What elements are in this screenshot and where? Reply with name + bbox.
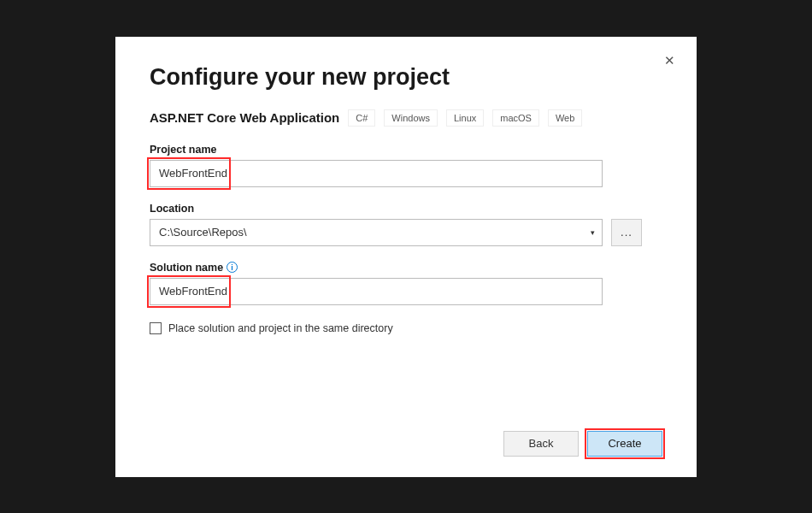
- browse-button[interactable]: ...: [611, 219, 642, 246]
- same-directory-checkbox[interactable]: [150, 322, 162, 334]
- close-icon[interactable]: ✕: [661, 52, 678, 69]
- template-name: ASP.NET Core Web Application: [150, 110, 339, 125]
- location-dropdown[interactable]: C:\Source\Repos\ ▾: [150, 219, 603, 246]
- solution-name-input[interactable]: [150, 278, 603, 305]
- dialog-footer: Back Create: [503, 431, 662, 457]
- back-button[interactable]: Back: [503, 431, 579, 457]
- info-icon[interactable]: i: [227, 262, 238, 273]
- location-value: C:\Source\Repos\: [159, 226, 247, 239]
- solution-name-label-text: Solution name: [150, 262, 223, 274]
- template-tag: Linux: [446, 109, 484, 127]
- template-tag: C#: [348, 109, 375, 127]
- same-directory-label: Place solution and project in the same d…: [168, 322, 393, 334]
- template-tag: Windows: [384, 109, 438, 127]
- template-tag: macOS: [492, 109, 539, 127]
- template-row: ASP.NET Core Web Application C# Windows …: [150, 109, 662, 127]
- template-tag: Web: [548, 109, 582, 127]
- chevron-down-icon: ▾: [591, 228, 595, 237]
- project-name-label: Project name: [150, 144, 662, 156]
- solution-name-label: Solution name i: [150, 262, 662, 274]
- location-label: Location: [150, 203, 662, 215]
- create-button[interactable]: Create: [587, 431, 662, 457]
- dialog-heading: Configure your new project: [150, 64, 662, 91]
- same-directory-option[interactable]: Place solution and project in the same d…: [150, 322, 662, 334]
- configure-project-dialog: ✕ Configure your new project ASP.NET Cor…: [115, 37, 697, 477]
- project-name-input[interactable]: [150, 160, 603, 187]
